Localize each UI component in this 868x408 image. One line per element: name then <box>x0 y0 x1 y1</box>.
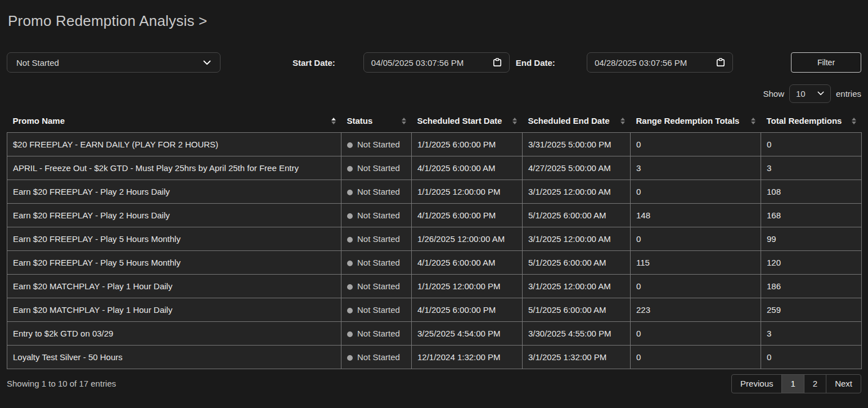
total-redemptions-cell: 0 <box>761 132 862 156</box>
table-header-row: Promo Name Status Scheduled Start Date S… <box>7 110 862 132</box>
total-redemptions-cell: 186 <box>761 274 862 298</box>
range-redemptions-cell: 0 <box>631 180 761 203</box>
scheduled-end-cell: 3/1/2025 12:00:00 AM <box>523 227 631 250</box>
calendar-icon[interactable] <box>493 58 502 67</box>
status-text: Not Started <box>357 258 400 267</box>
total-redemptions-cell: 108 <box>761 180 862 203</box>
start-date-value: 04/05/2025 03:07:56 PM <box>371 58 464 68</box>
sort-icon <box>751 118 755 124</box>
table-row: $20 FREEPLAY - EARN DAILY (PLAY FOR 2 HO… <box>7 132 862 156</box>
scheduled-start-cell: 4/1/2025 6:00:00 AM <box>412 250 523 274</box>
status-text: Not Started <box>357 140 400 149</box>
status-text: Not Started <box>357 163 400 173</box>
start-date-label: Start Date: <box>293 58 335 68</box>
total-redemptions-cell: 0 <box>761 345 862 369</box>
range-redemptions-cell: 115 <box>631 250 761 274</box>
column-label: Promo Name <box>13 116 65 125</box>
filter-bar: Not Started Start Date: 04/05/2025 03:07… <box>7 52 861 73</box>
status-dot-icon <box>347 261 353 266</box>
status-cell: Not Started <box>341 321 412 345</box>
show-entries-row: Show 10 entries <box>7 84 861 103</box>
status-dot-icon <box>347 237 353 243</box>
status-dot-icon <box>347 142 353 148</box>
next-page-button[interactable]: Next <box>826 375 861 393</box>
promo-name-cell: APRIL - Freeze Out - $2k GTD - Must Play… <box>7 156 341 180</box>
status-cell: Not Started <box>341 132 412 156</box>
column-header-promo-name[interactable]: Promo Name <box>7 110 341 132</box>
column-header-status[interactable]: Status <box>341 110 412 132</box>
page-2-button[interactable]: 2 <box>804 375 826 393</box>
total-redemptions-cell: 259 <box>761 298 862 321</box>
status-text: Not Started <box>357 187 400 196</box>
scheduled-end-cell: 5/1/2025 6:00:00 AM <box>523 298 631 321</box>
status-cell: Not Started <box>341 180 412 203</box>
status-dot-icon <box>347 284 353 290</box>
total-redemptions-cell: 168 <box>761 203 862 227</box>
page-size-select[interactable]: 10 <box>789 84 831 103</box>
scheduled-start-cell: 1/26/2025 12:00:00 AM <box>412 227 523 250</box>
page-title: Promo Redemption Analysis > <box>7 12 861 30</box>
scheduled-end-cell: 3/31/2025 5:00:00 PM <box>523 132 631 156</box>
sort-icon <box>402 118 406 124</box>
column-label: Status <box>347 116 373 125</box>
end-date-label: End Date: <box>516 58 555 68</box>
table-row: Earn $20 FREEPLAY - Play 2 Hours DailyNo… <box>7 203 862 227</box>
status-filter-select[interactable]: Not Started <box>7 52 221 73</box>
promo-name-cell: Earn $20 MATCHPLAY - Play 1 Hour Daily <box>7 274 341 298</box>
promo-name-cell: Entry to $2k GTD on 03/29 <box>7 321 341 345</box>
promo-table: Promo Name Status Scheduled Start Date S… <box>7 110 862 369</box>
page-1-button[interactable]: 1 <box>781 375 803 393</box>
promo-name-cell: Earn $20 FREEPLAY - Play 5 Hours Monthly <box>7 227 341 250</box>
table-row: Earn $20 MATCHPLAY - Play 1 Hour DailyNo… <box>7 274 862 298</box>
status-dot-icon <box>347 190 353 195</box>
filter-button[interactable]: Filter <box>791 52 861 73</box>
status-cell: Not Started <box>341 298 412 321</box>
scheduled-end-cell: 3/30/2025 4:55:00 PM <box>523 321 631 345</box>
table-body: $20 FREEPLAY - EARN DAILY (PLAY FOR 2 HO… <box>7 132 862 369</box>
sort-icon <box>512 118 517 124</box>
scheduled-end-cell: 4/27/2025 5:00:00 AM <box>523 156 631 180</box>
range-redemptions-cell: 0 <box>631 321 761 345</box>
promo-name-cell: Loyalty Test Silver - 50 Hours <box>7 345 341 369</box>
status-cell: Not Started <box>341 345 412 369</box>
status-text: Not Started <box>357 234 400 244</box>
scheduled-start-cell: 1/1/2025 12:00:00 PM <box>412 180 523 203</box>
entries-label: entries <box>836 89 861 98</box>
promo-name-cell: Earn $20 MATCHPLAY - Play 1 Hour Daily <box>7 298 341 321</box>
status-cell: Not Started <box>341 274 412 298</box>
scheduled-end-cell: 5/1/2025 6:00:00 AM <box>523 203 631 227</box>
scheduled-end-cell: 5/1/2025 6:00:00 AM <box>523 250 631 274</box>
scheduled-start-cell: 4/1/2025 6:00:00 AM <box>412 156 523 180</box>
start-date-input[interactable]: 04/05/2025 03:07:56 PM <box>363 52 510 73</box>
column-header-total-redemptions[interactable]: Total Redemptions <box>761 110 862 132</box>
table-row: Earn $20 FREEPLAY - Play 5 Hours Monthly… <box>7 227 862 250</box>
scheduled-start-cell: 1/1/2025 6:00:00 PM <box>412 132 523 156</box>
previous-page-button[interactable]: Previous <box>732 375 781 393</box>
column-label: Total Redemptions <box>767 116 842 125</box>
column-header-range-redemption-totals[interactable]: Range Redemption Totals <box>631 110 761 132</box>
end-date-input[interactable]: 04/28/2025 03:07:56 PM <box>587 52 733 73</box>
status-text: Not Started <box>357 281 400 291</box>
calendar-icon[interactable] <box>716 58 725 67</box>
table-footer: Showing 1 to 10 of 17 entries Previous 1… <box>7 374 861 393</box>
scheduled-start-cell: 4/1/2025 6:00:00 PM <box>412 203 523 227</box>
scheduled-end-cell: 3/1/2025 1:32:00 PM <box>523 345 631 369</box>
column-header-scheduled-start-date[interactable]: Scheduled Start Date <box>412 110 523 132</box>
promo-name-cell: Earn $20 FREEPLAY - Play 2 Hours Daily <box>7 203 341 227</box>
table-row: Earn $20 MATCHPLAY - Play 1 Hour DailyNo… <box>7 298 862 321</box>
status-dot-icon <box>347 213 353 219</box>
status-cell: Not Started <box>341 203 412 227</box>
table-row: Earn $20 FREEPLAY - Play 2 Hours DailyNo… <box>7 180 862 203</box>
range-redemptions-cell: 223 <box>631 298 761 321</box>
range-redemptions-cell: 0 <box>631 132 761 156</box>
pagination: Previous 1 2 Next <box>731 374 861 393</box>
status-cell: Not Started <box>341 156 412 180</box>
promo-name-cell: Earn $20 FREEPLAY - Play 2 Hours Daily <box>7 180 341 203</box>
total-redemptions-cell: 3 <box>761 156 862 180</box>
column-header-scheduled-end-date[interactable]: Scheduled End Date <box>523 110 631 132</box>
sort-icon <box>620 118 625 124</box>
total-redemptions-cell: 99 <box>761 227 862 250</box>
page-size-value: 10 <box>796 89 806 98</box>
scheduled-end-cell: 3/1/2025 12:00:00 AM <box>523 274 631 298</box>
column-label: Scheduled End Date <box>528 116 610 125</box>
